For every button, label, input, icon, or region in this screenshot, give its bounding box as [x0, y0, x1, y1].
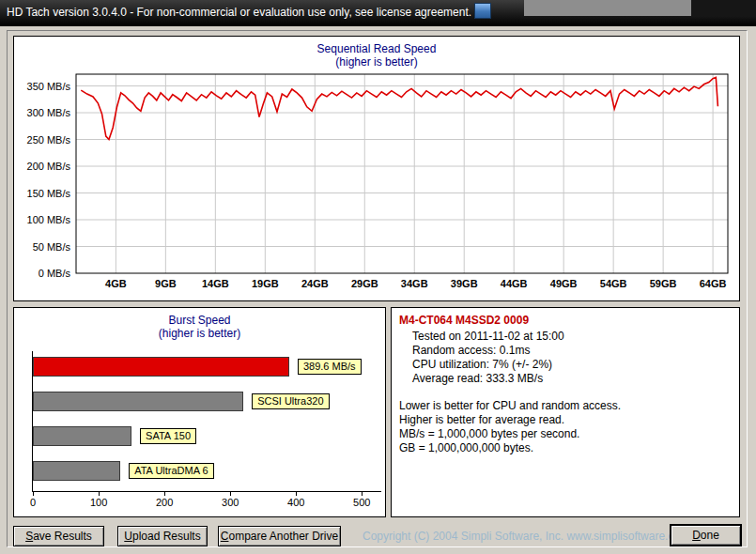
burst-bar-label: SATA 150	[140, 428, 196, 444]
titlebar-blue-button	[474, 3, 491, 19]
x-tick-label: 19GB	[252, 278, 279, 289]
y-tick-label: 150 MB/s	[27, 188, 71, 199]
sequential-read-chart: 0 MB/s50 MB/s100 MB/s150 MB/s200 MB/s250…	[16, 69, 739, 300]
note-line: MB/s = 1,000,000 bytes per second.	[399, 427, 732, 441]
y-tick-label: 50 MB/s	[33, 241, 71, 253]
average-read-line: Average read: 333.3 MB/s	[412, 372, 732, 386]
y-tick-label: 200 MB/s	[27, 161, 71, 172]
burst-speed-chart: 389.6 MB/sSCSI Ultra320SATA 150ATA Ultra…	[32, 351, 381, 492]
seq-chart-subtitle: (higher is better)	[14, 55, 739, 69]
x-tick-label: 64GB	[700, 278, 727, 289]
x-tick-label: 100	[90, 497, 107, 508]
burst-bar-1	[33, 392, 243, 411]
x-tick-label: 59GB	[650, 278, 677, 289]
button-label-part: D	[692, 529, 701, 542]
button-label-part: one	[701, 529, 719, 542]
x-tick-label: 200	[156, 497, 173, 508]
window-title: HD Tach version 3.0.4.0 - For non-commer…	[7, 0, 471, 25]
x-tick-label: 400	[287, 497, 304, 508]
burst-speed-panel: Burst Speed (higher is better) 389.6 MB/…	[13, 307, 386, 517]
drive-info-panel: M4-CT064 M4SSD2 0009 Tested on 2011-11-0…	[391, 307, 740, 517]
note-line: Lower is better for CPU and random acces…	[399, 399, 732, 413]
button-label-part: ompare Another Drive	[228, 530, 338, 543]
hdtach-window: HD Tach version 3.0.4.0 - For non-commer…	[0, 0, 756, 554]
drive-model: M4-CT064 M4SSD2 0009	[399, 314, 732, 328]
seq-chart-title: Sequential Read Speed	[14, 37, 739, 55]
x-tick-label: 34GB	[401, 278, 428, 289]
x-tick-label: 49GB	[550, 278, 578, 289]
tested-on-line: Tested on 2011-11-02 at 15:00	[412, 330, 732, 344]
save-results-button[interactable]: Save Results	[13, 526, 104, 546]
burst-bar-3	[33, 461, 120, 481]
button-label-part: pload Results	[132, 530, 201, 543]
y-tick-label: 100 MB/s	[27, 214, 71, 225]
x-tick-label: 4GB	[105, 278, 127, 289]
burst-bar-0	[33, 357, 289, 377]
x-tick-label: 44GB	[501, 278, 528, 289]
x-tick	[33, 492, 34, 496]
note-line: GB = 1,000,000,000 bytes.	[399, 441, 732, 455]
button-label-part: ave Results	[33, 530, 92, 543]
y-tick-label: 0 MB/s	[39, 268, 71, 279]
y-tick-label: 350 MB/s	[27, 81, 71, 92]
x-tick-label: 0	[30, 497, 36, 508]
cpu-utilization-line: CPU utilization: 7% (+/- 2%)	[412, 358, 732, 372]
random-access-line: Random access: 0.1ms	[412, 344, 732, 358]
burst-chart-title: Burst Speed	[14, 308, 385, 327]
y-tick-label: 250 MB/s	[27, 134, 71, 146]
x-tick	[164, 492, 165, 496]
x-tick-label: 39GB	[451, 278, 478, 289]
done-button[interactable]: Done	[670, 524, 742, 546]
background-window-corner	[691, 0, 756, 16]
burst-bar-label: SCSI Ultra320	[252, 393, 329, 409]
x-tick-label: 9GB	[155, 278, 177, 289]
x-tick-label: 300	[222, 497, 239, 508]
burst-bar-2	[33, 426, 131, 446]
x-tick-label: 500	[353, 497, 370, 508]
info-spacer	[399, 386, 732, 399]
plot-border	[76, 74, 728, 273]
sequential-read-panel: Sequential Read Speed (higher is better)…	[13, 36, 740, 301]
y-tick-label: 300 MB/s	[27, 107, 71, 118]
x-tick	[362, 492, 363, 496]
button-label-part: S	[25, 530, 33, 543]
x-tick	[296, 492, 297, 496]
titlebar[interactable]: HD Tach version 3.0.4.0 - For non-commer…	[0, 0, 756, 26]
x-tick-label: 24GB	[301, 278, 329, 289]
burst-chart-subtitle: (higher is better)	[14, 327, 385, 340]
x-tick	[230, 492, 231, 496]
button-label-part: U	[124, 530, 132, 543]
read-speed-line	[81, 77, 717, 139]
copyright-text: Copyright (C) 2004 Simpli Software, Inc.…	[363, 530, 665, 543]
upload-results-button[interactable]: Upload Results	[117, 526, 208, 546]
x-tick-label: 29GB	[351, 278, 378, 289]
compare-another-drive-button[interactable]: Compare Another Drive	[218, 526, 341, 546]
x-tick	[99, 492, 100, 496]
x-tick-label: 54GB	[600, 278, 627, 289]
main-frame: Sequential Read Speed (higher is better)…	[7, 30, 748, 547]
burst-bar-label: 389.6 MB/s	[298, 359, 362, 375]
note-line: Higher is better for average read.	[399, 413, 732, 427]
x-tick-label: 14GB	[202, 278, 229, 289]
burst-bar-label: ATA UltraDMA 6	[129, 463, 213, 479]
